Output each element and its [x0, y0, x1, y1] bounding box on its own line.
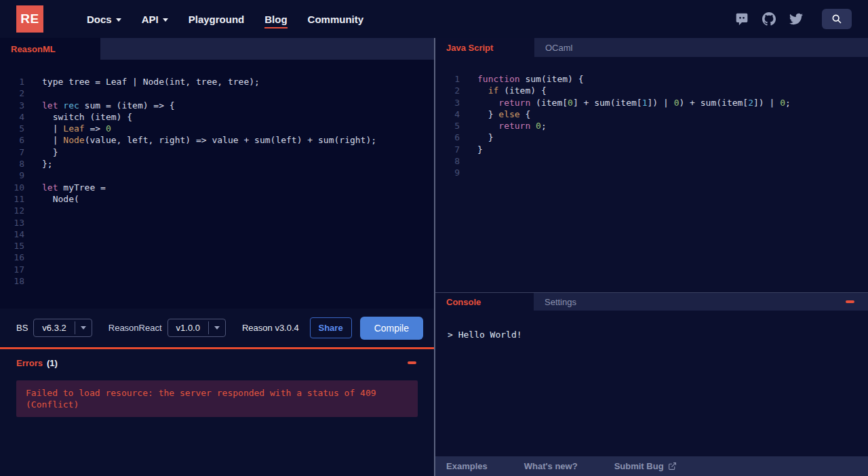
- search-button[interactable]: [822, 9, 852, 29]
- chevron-down-icon: [163, 18, 168, 22]
- nav-links: Docs API Playground Blog Community: [87, 14, 363, 25]
- console-tabbar: Console Settings: [435, 292, 868, 311]
- line-number: 8: [435, 155, 460, 167]
- bs-version-dropdown[interactable]: v6.3.2: [33, 319, 92, 337]
- main-area: ReasonML 1type tree = Leaf | Node(int, t…: [0, 38, 868, 476]
- submit-bug-link[interactable]: Submit Bug: [614, 461, 677, 471]
- reason-editor[interactable]: 1type tree = Leaf | Node(int, tree, tree…: [0, 60, 434, 309]
- right-panel: Java Script OCaml 1function sum(item) {2…: [434, 38, 868, 476]
- line-number: 14: [0, 229, 24, 240]
- javascript-output-editor[interactable]: 1function sum(item) {2 if (item) {3 retu…: [435, 57, 868, 292]
- reason-playground-app: RE Docs API Playground Blog Community: [0, 0, 868, 476]
- line-number: 2: [435, 85, 460, 96]
- tab-ocaml[interactable]: OCaml: [534, 38, 583, 57]
- code-line: 7 }: [0, 146, 434, 158]
- console-output: > Hello World!: [435, 311, 868, 456]
- code-line: 9: [435, 167, 868, 178]
- line-number: 5: [435, 120, 460, 132]
- code-line: 18: [0, 275, 434, 287]
- line-number: 1: [435, 73, 460, 85]
- nav-item-api[interactable]: API: [142, 14, 168, 25]
- nav-social-icons: [735, 9, 852, 29]
- tab-settings[interactable]: Settings: [534, 293, 587, 311]
- nav-item-docs-label: Docs: [87, 14, 112, 25]
- errors-title: Errors: [16, 358, 43, 368]
- nav-item-blog[interactable]: Blog: [264, 14, 287, 28]
- error-message-text: Failed to load resource: the server resp…: [26, 387, 408, 410]
- reasonreact-version-value: v1.0.0: [168, 319, 208, 336]
- line-number: 1: [0, 76, 24, 87]
- code-line: 6 }: [435, 132, 868, 143]
- code-line: 8: [435, 155, 868, 167]
- tab-javascript[interactable]: Java Script: [435, 38, 534, 57]
- left-tabbar: ReasonML: [0, 38, 434, 60]
- errors-panel: Errors (1) Failed to load resource: the …: [0, 347, 434, 476]
- playground-footer: Examples What's new? Submit Bug: [435, 456, 868, 476]
- bs-label: BS: [16, 323, 28, 333]
- line-number: 18: [0, 275, 24, 287]
- code-line: 7}: [435, 144, 868, 155]
- code-line: 6 | Node(value, left, right) => value + …: [0, 134, 434, 146]
- twitter-icon[interactable]: [789, 12, 803, 26]
- code-line: 10let myTree =: [0, 182, 434, 193]
- collapse-errors-icon[interactable]: [408, 361, 416, 364]
- line-number: 5: [0, 123, 24, 134]
- error-message-box: Failed to load resource: the server resp…: [16, 380, 418, 417]
- code-line: 2: [0, 87, 434, 99]
- code-line: 5 | Leaf => 0: [0, 123, 434, 134]
- collapse-console-icon[interactable]: [846, 300, 854, 303]
- line-number: 3: [0, 100, 24, 111]
- line-number: 17: [0, 264, 24, 275]
- code-line: 15: [0, 240, 434, 252]
- line-number: 9: [0, 170, 24, 181]
- code-line: 3 return (item[0] + sum(item[1]) | 0) + …: [435, 97, 868, 108]
- line-number: 7: [0, 146, 24, 158]
- nav-item-playground-label: Playground: [189, 14, 245, 25]
- line-number: 9: [435, 167, 460, 178]
- reason-logo[interactable]: RE: [16, 5, 43, 33]
- nav-item-playground[interactable]: Playground: [189, 14, 245, 25]
- errors-count-badge: (1): [47, 358, 58, 368]
- search-icon: [831, 14, 842, 24]
- code-line: 5 return 0;: [435, 120, 868, 132]
- code-line: 3let rec sum = (item) => {: [0, 100, 434, 111]
- errors-header: Errors (1): [0, 349, 434, 376]
- discord-icon[interactable]: [735, 12, 749, 26]
- examples-link[interactable]: Examples: [446, 461, 488, 471]
- line-number: 13: [0, 217, 24, 229]
- code-line: 1function sum(item) {: [435, 73, 868, 85]
- compiler-toolbar: BS v6.3.2 ReasonReact v1.0.0 Reason v3.0…: [0, 309, 434, 347]
- tab-console[interactable]: Console: [435, 293, 534, 311]
- code-line: 2 if (item) {: [435, 85, 868, 96]
- whats-new-link[interactable]: What's new?: [524, 461, 578, 471]
- reason-version-text: Reason v3.0.4: [242, 323, 299, 333]
- compile-button[interactable]: Compile: [360, 317, 423, 340]
- external-link-icon: [668, 462, 677, 471]
- github-icon[interactable]: [762, 12, 776, 26]
- reasonreact-version-dropdown[interactable]: v1.0.0: [167, 319, 226, 337]
- submit-bug-label: Submit Bug: [614, 461, 664, 471]
- nav-item-community-label: Community: [308, 14, 364, 25]
- reasonreact-label: ReasonReact: [108, 323, 162, 333]
- console-output-line: > Hello World!: [448, 330, 522, 340]
- share-button[interactable]: Share: [310, 317, 352, 338]
- bs-version-value: v6.3.2: [34, 319, 74, 336]
- code-line: 17: [0, 264, 434, 275]
- chevron-down-icon: [116, 18, 121, 22]
- left-panel: ReasonML 1type tree = Leaf | Node(int, t…: [0, 38, 434, 476]
- tab-reasonml[interactable]: ReasonML: [0, 38, 100, 60]
- code-line: 14: [0, 229, 434, 240]
- code-line: 9: [0, 170, 434, 181]
- nav-item-community[interactable]: Community: [308, 14, 364, 25]
- nav-item-docs[interactable]: Docs: [87, 14, 121, 25]
- code-line: 8};: [0, 158, 434, 170]
- line-number: 7: [435, 144, 460, 155]
- dropdown-arrow-icon: [208, 321, 225, 334]
- line-number: 15: [0, 240, 24, 252]
- nav-item-blog-label: Blog: [264, 14, 287, 25]
- output-tabbar: Java Script OCaml: [435, 38, 868, 57]
- code-line: 4 switch (item) {: [0, 111, 434, 123]
- line-number: 10: [0, 182, 24, 193]
- line-number: 2: [0, 87, 24, 99]
- line-number: 4: [0, 111, 24, 123]
